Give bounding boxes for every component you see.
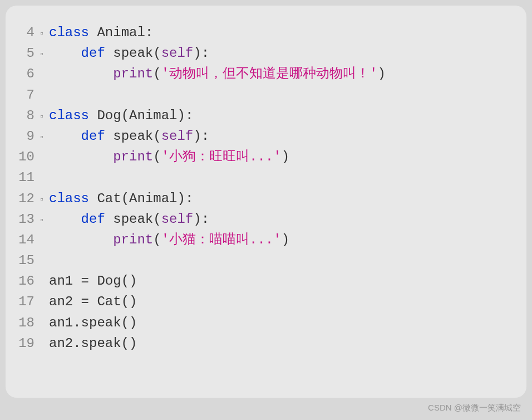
line-number: 5: [11, 43, 39, 64]
keyword-def: def: [81, 129, 105, 144]
line-number: 7: [11, 85, 39, 105]
variable: an1: [49, 274, 73, 289]
code-line[interactable]: 8 ▫ class Dog(Animal):: [11, 105, 515, 126]
line-number: 18: [11, 312, 39, 333]
fold-icon[interactable]: ▫: [39, 48, 49, 62]
line-number: 13: [11, 209, 39, 229]
code-content[interactable]: [49, 85, 57, 105]
watermark-text: CSDN @微微一笑满城空: [428, 403, 521, 413]
code-line[interactable]: 15: [11, 250, 515, 271]
class-name: Cat: [97, 191, 121, 206]
code-content[interactable]: an1.speak(): [49, 312, 137, 333]
line-number: 6: [11, 64, 39, 84]
code-content[interactable]: def speak(self):: [49, 126, 209, 146]
string-literal: '小猫：喵喵叫...': [161, 232, 282, 247]
line-number: 10: [11, 146, 39, 167]
call-expr: Cat(): [97, 294, 137, 309]
code-line[interactable]: 16 an1 = Dog(): [11, 271, 515, 291]
code-line[interactable]: 14 print('小猫：喵喵叫...'): [11, 229, 515, 250]
fold-icon[interactable]: ▫: [39, 131, 49, 145]
code-line[interactable]: 6 print('动物叫，但不知道是哪种动物叫！'): [11, 64, 515, 84]
line-number: 11: [11, 167, 39, 188]
code-content[interactable]: [49, 250, 57, 271]
code-content[interactable]: print('动物叫，但不知道是哪种动物叫！'): [49, 64, 386, 84]
variable: an2: [49, 294, 73, 309]
code-line[interactable]: 13 ▫ def speak(self):: [11, 209, 515, 229]
code-content[interactable]: [49, 167, 57, 188]
string-literal: '动物叫，但不知道是哪种动物叫！': [161, 66, 378, 81]
code-content[interactable]: class Cat(Animal):: [49, 188, 193, 209]
builtin-print: print: [113, 232, 153, 247]
param-self: self: [161, 212, 194, 227]
fold-icon[interactable]: ▫: [39, 110, 49, 124]
code-line[interactable]: 11: [11, 167, 515, 188]
code-content[interactable]: class Animal:: [49, 22, 153, 43]
call-expr: Dog(): [97, 274, 137, 289]
string-literal: '小狗：旺旺叫...': [161, 149, 282, 164]
keyword-class: class: [49, 191, 89, 206]
fold-icon[interactable]: ▫: [39, 214, 49, 228]
param-self: self: [161, 129, 194, 144]
method-call: an2.speak(): [49, 336, 137, 351]
line-number: 15: [11, 250, 39, 271]
colon: :: [145, 25, 153, 40]
line-number: 17: [11, 291, 39, 312]
keyword-class: class: [49, 25, 89, 40]
line-number: 12: [11, 188, 39, 209]
base-class: Animal: [129, 108, 177, 123]
code-content[interactable]: an2 = Cat(): [49, 291, 137, 312]
line-number: 8: [11, 105, 39, 126]
function-name: speak: [113, 212, 153, 227]
code-content[interactable]: def speak(self):: [49, 209, 209, 229]
line-number: 9: [11, 126, 39, 146]
param-self: self: [161, 46, 194, 61]
code-content[interactable]: def speak(self):: [49, 43, 209, 64]
code-content[interactable]: class Dog(Animal):: [49, 105, 193, 126]
class-name: Animal: [97, 25, 145, 40]
code-editor: 4 ▫ class Animal: 5 ▫ def speak(self): 6…: [6, 6, 526, 398]
line-number: 16: [11, 271, 39, 291]
line-number: 4: [11, 22, 39, 43]
keyword-def: def: [81, 46, 105, 61]
code-content[interactable]: an1 = Dog(): [49, 271, 137, 291]
builtin-print: print: [113, 149, 153, 164]
line-number: 14: [11, 229, 39, 250]
builtin-print: print: [113, 66, 153, 81]
code-line[interactable]: 7: [11, 85, 515, 105]
code-line[interactable]: 10 print('小狗：旺旺叫...'): [11, 146, 515, 167]
method-call: an1.speak(): [49, 315, 137, 330]
fold-icon[interactable]: ▫: [39, 193, 49, 207]
keyword-class: class: [49, 108, 89, 123]
code-line[interactable]: 18 an1.speak(): [11, 312, 515, 333]
code-line[interactable]: 19 an2.speak(): [11, 333, 515, 354]
code-line[interactable]: 5 ▫ def speak(self):: [11, 43, 515, 64]
keyword-def: def: [81, 212, 105, 227]
code-line[interactable]: 4 ▫ class Animal:: [11, 22, 515, 43]
code-content[interactable]: print('小猫：喵喵叫...'): [49, 229, 289, 250]
code-content[interactable]: an2.speak(): [49, 333, 137, 354]
code-line[interactable]: 12 ▫ class Cat(Animal):: [11, 188, 515, 209]
code-line[interactable]: 17 an2 = Cat(): [11, 291, 515, 312]
fold-icon[interactable]: ▫: [39, 27, 49, 41]
class-name: Dog: [97, 108, 121, 123]
function-name: speak: [113, 46, 153, 61]
line-number: 19: [11, 333, 39, 354]
code-line[interactable]: 9 ▫ def speak(self):: [11, 126, 515, 146]
code-content[interactable]: print('小狗：旺旺叫...'): [49, 146, 289, 167]
function-name: speak: [113, 129, 153, 144]
base-class: Animal: [129, 191, 177, 206]
